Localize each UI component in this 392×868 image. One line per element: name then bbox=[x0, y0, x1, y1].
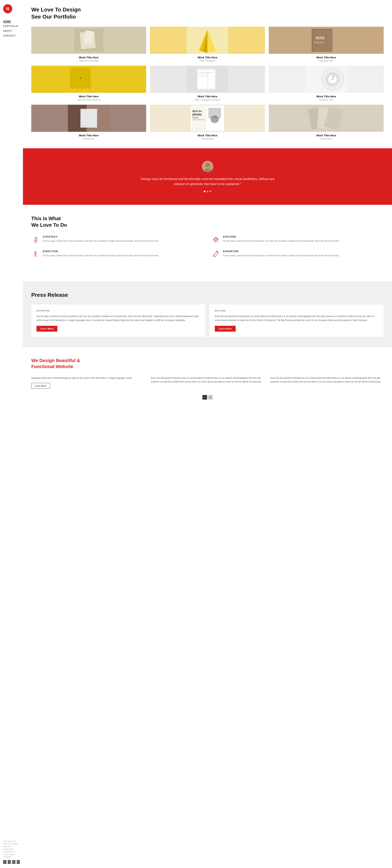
page-num-2[interactable]: 2 bbox=[208, 395, 213, 400]
svg-rect-40 bbox=[81, 110, 96, 126]
portfolio-item-subtitle: Branding, Web bbox=[269, 99, 384, 101]
nav-item-home[interactable]: HOME bbox=[3, 20, 11, 23]
svg-text:MAGAZINE: MAGAZINE bbox=[314, 41, 325, 44]
svg-rect-24 bbox=[199, 73, 209, 74]
bottom-grid: Separated they live in Bookmarksgrove ri… bbox=[31, 376, 384, 389]
dot-3[interactable] bbox=[209, 191, 211, 192]
logo[interactable]: N bbox=[3, 4, 12, 13]
svg-rect-11 bbox=[313, 29, 332, 51]
portfolio-item-subtitle: Logo, Branding, Branding bbox=[31, 99, 146, 101]
social-icon-3[interactable]: in bbox=[17, 860, 20, 864]
portfolio-item-7[interactable]: Best for photo graphy Work Title HerePho… bbox=[150, 105, 265, 140]
portfolio-item-0[interactable]: Work Title HereIllustration, Branding bbox=[31, 27, 146, 62]
press-section: Press Release EXPERTISEFar far away, beh… bbox=[23, 281, 392, 347]
service-title: EXPLORE bbox=[223, 236, 339, 238]
press-card-1: EXPLOREEven the all-powerful Pointing ha… bbox=[209, 305, 384, 337]
svg-point-50 bbox=[210, 116, 219, 123]
service-item-0: STRATEGYFar far away, behind the word mo… bbox=[31, 236, 203, 244]
svg-point-56 bbox=[205, 163, 209, 167]
services-title: This Is What We Love To Do bbox=[31, 215, 384, 228]
bottom-col-text-1: Even the all-powerful Pointing has no co… bbox=[151, 376, 264, 384]
portfolio-item-subtitle: Illustration, Branding bbox=[31, 60, 146, 62]
bottom-line2: Functional Website bbox=[31, 364, 73, 369]
nav-item-contact[interactable]: CONTACT bbox=[3, 34, 15, 37]
testimonial-dots bbox=[31, 191, 384, 192]
portfolio-item-2[interactable]: MAG MAGAZINE Work Title HereBranding, We… bbox=[269, 27, 384, 62]
portfolio-item-6[interactable]: Work Title HerePhotography bbox=[31, 105, 146, 140]
press-card-0: EXPERTISEFar far away, behind the word m… bbox=[31, 305, 205, 337]
press-learn-more-button-1[interactable]: Learn More bbox=[215, 326, 236, 332]
portfolio-item-8[interactable]: Work Title HerePhotography bbox=[269, 105, 384, 140]
svg-rect-23 bbox=[199, 72, 211, 73]
bottom-line1: We Design Beautiful & bbox=[31, 358, 80, 363]
header-line2: See Our Portfolio bbox=[31, 13, 76, 20]
portfolio-item-title: Work Title Here bbox=[269, 95, 384, 98]
portfolio-item-title: Work Title Here bbox=[31, 95, 146, 98]
portfolio-item-subtitle: Photography bbox=[150, 137, 265, 140]
svg-point-33 bbox=[331, 78, 333, 80]
social-icon-1[interactable]: t bbox=[8, 860, 11, 864]
svg-text:photo: photo bbox=[192, 113, 202, 116]
portfolio-item-title: Work Title Here bbox=[150, 56, 265, 59]
portfolio-item-subtitle: Web, Packaging, Branding bbox=[150, 99, 265, 101]
service-icon-person-yoga bbox=[31, 250, 40, 258]
portfolio-item-5[interactable]: Work Title HereBranding, Web bbox=[269, 66, 384, 101]
testimonial-avatar bbox=[202, 161, 213, 172]
social-icons: ftinin bbox=[3, 860, 20, 864]
bottom-section: We Design Beautiful & Functional Website… bbox=[31, 347, 384, 408]
press-card-tag: EXPERTISE bbox=[36, 310, 200, 312]
main-content: We Love To Design See Our Portfolio Work… bbox=[23, 0, 392, 868]
nav-item-about[interactable]: ABOUT bbox=[3, 30, 12, 32]
bottom-col-text-0: Separated they live in Bookmarksgrove ri… bbox=[31, 376, 144, 380]
portfolio-grid: Work Title HereIllustration, Branding Wo… bbox=[31, 27, 384, 140]
portfolio-item-1[interactable]: Work Title HerePrint, Packaging bbox=[150, 27, 265, 62]
bottom-heading: We Design Beautiful & Functional Website bbox=[31, 358, 384, 370]
testimonial-quote: "Design must be functional and functiona… bbox=[134, 177, 281, 186]
svg-line-66 bbox=[214, 255, 215, 256]
testimonial-section: "Design must be functional and functiona… bbox=[23, 148, 392, 205]
bottom-col-2: Even the all-powerful Pointing has no co… bbox=[270, 376, 384, 389]
portfolio-section: We Love To Design See Our Portfolio Work… bbox=[31, 6, 384, 140]
social-icon-0[interactable]: f bbox=[3, 860, 6, 864]
svg-rect-48 bbox=[192, 120, 205, 120]
svg-rect-26 bbox=[199, 76, 208, 77]
portfolio-header: We Love To Design See Our Portfolio bbox=[31, 6, 384, 21]
service-title: DIRECTION bbox=[43, 250, 159, 253]
page-num-1[interactable]: 1 bbox=[202, 395, 207, 400]
nav-item-portfolio[interactable]: PORTFOLIO bbox=[3, 25, 18, 27]
press-grid: EXPERTISEFar far away, behind the word m… bbox=[31, 305, 384, 337]
services-section: This Is What We Love To Do STRATEGYFar f… bbox=[31, 215, 384, 258]
portfolio-title: We Love To Design See Our Portfolio bbox=[31, 6, 384, 21]
dot-2[interactable] bbox=[207, 191, 208, 192]
portfolio-item-subtitle: Photography bbox=[31, 137, 146, 140]
service-icon-crosshair bbox=[211, 236, 220, 244]
service-icon-chess-knight bbox=[31, 236, 40, 244]
social-icon-2[interactable]: in bbox=[12, 860, 15, 864]
press-heading: Press Release bbox=[31, 292, 384, 298]
service-item-3: EXPERTISEFar far away, behind the word m… bbox=[211, 250, 384, 258]
portfolio-item-title: Work Title Here bbox=[31, 56, 146, 59]
service-desc: Far far away, behind the word mountains,… bbox=[43, 254, 159, 257]
svg-point-35 bbox=[333, 76, 334, 78]
portfolio-item-3[interactable]: Work Title HereLogo, Branding, Branding bbox=[31, 66, 146, 101]
service-icon-wrench bbox=[211, 250, 220, 258]
press-learn-more-button-0[interactable]: Learn More bbox=[36, 326, 57, 332]
portfolio-item-4[interactable]: Work Title HereWeb, Packaging, Branding bbox=[150, 66, 265, 101]
pagination: 12 bbox=[31, 395, 384, 400]
press-card-tag: EXPLORE bbox=[215, 310, 379, 312]
service-item-1: EXPLOREFar far away, behind the word mou… bbox=[211, 236, 384, 244]
sidebar: N HOMEPORTFOLIOABOUTCONTACT 2016 Nitro F… bbox=[0, 0, 23, 868]
service-desc: Far far away, behind the word mountains,… bbox=[43, 239, 159, 243]
portfolio-item-title: Work Title Here bbox=[269, 56, 384, 59]
bottom-col-0: Separated they live in Bookmarksgrove ri… bbox=[31, 376, 144, 389]
portfolio-item-subtitle: Branding, Web bbox=[269, 60, 384, 62]
bottom-learn-more-button[interactable]: Learn More bbox=[31, 383, 50, 389]
service-desc: Far far away, behind the word mountains,… bbox=[223, 239, 339, 243]
dot-1[interactable] bbox=[204, 191, 205, 192]
header-line1: We Love To Design bbox=[31, 6, 81, 13]
svg-text:MAG: MAG bbox=[316, 36, 324, 40]
press-card-text: Far far away, behind the word mountains,… bbox=[36, 314, 200, 322]
logo-letter: N bbox=[6, 6, 9, 11]
service-desc: Far far away, behind the word mountains,… bbox=[223, 254, 339, 257]
bottom-col-text-2: Even the all-powerful Pointing has no co… bbox=[270, 376, 384, 384]
